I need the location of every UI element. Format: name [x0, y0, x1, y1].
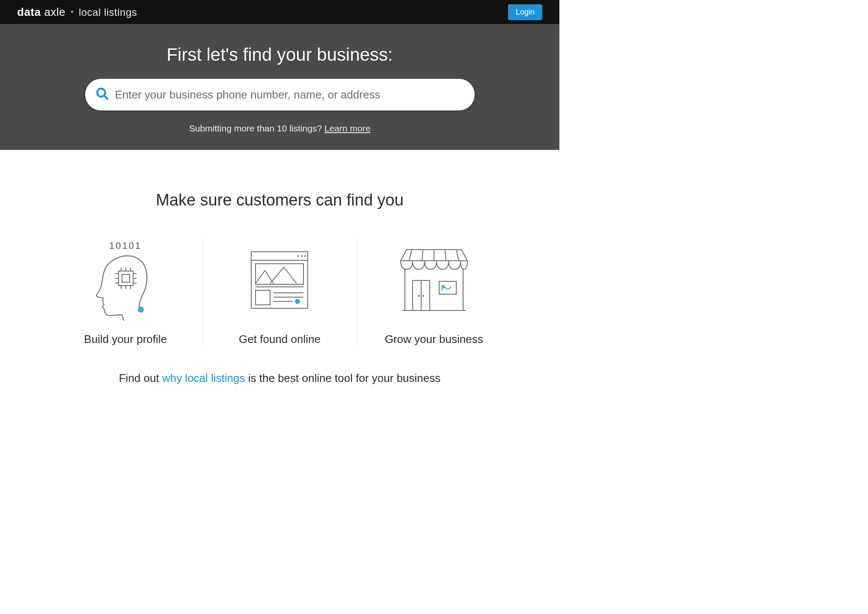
- svg-point-20: [297, 255, 299, 257]
- hero-subtext: Submitting more than 10 listings? Learn …: [0, 123, 559, 134]
- profile-ai-icon: 10101: [91, 239, 160, 321]
- feature-title: Build your profile: [84, 333, 167, 346]
- login-button[interactable]: Login: [508, 4, 542, 20]
- business-search-input[interactable]: [115, 88, 466, 101]
- features-row: 10101: [49, 239, 511, 346]
- svg-line-34: [445, 250, 446, 261]
- svg-point-22: [304, 255, 306, 257]
- svg-rect-43: [439, 281, 456, 294]
- svg-point-44: [441, 285, 444, 288]
- brand-logo: data axle: [17, 6, 65, 19]
- svg-rect-3: [119, 271, 133, 286]
- tagline-prefix: Find out: [119, 372, 162, 384]
- hero-section: First let's find your business: Submitti…: [0, 24, 559, 150]
- svg-point-17: [138, 307, 144, 313]
- why-local-listings-link[interactable]: why local listings: [162, 372, 245, 384]
- top-navbar: data axle • local listings Login: [0, 0, 559, 24]
- tagline-suffix: is the best online tool for your busines…: [245, 372, 441, 384]
- svg-line-31: [409, 250, 412, 261]
- search-icon: [95, 87, 109, 102]
- svg-text:10101: 10101: [109, 240, 142, 251]
- svg-point-42: [422, 295, 424, 297]
- svg-rect-4: [122, 274, 130, 282]
- brand-subtitle: local listings: [79, 6, 137, 18]
- features-section: Make sure customers can find you 10101: [0, 150, 559, 385]
- svg-line-32: [422, 250, 423, 261]
- svg-point-41: [418, 295, 420, 297]
- hero-title: First let's find your business:: [0, 45, 559, 65]
- brand-block: data axle • local listings: [17, 6, 137, 19]
- brand-separator-dot: •: [71, 7, 74, 16]
- svg-point-29: [295, 299, 300, 304]
- feature-get-found: Get found online: [203, 239, 357, 346]
- webpage-icon: [245, 239, 314, 321]
- feature-title: Grow your business: [385, 333, 483, 346]
- svg-line-1: [104, 96, 107, 99]
- storefront-icon: [391, 239, 477, 321]
- feature-title: Get found online: [239, 333, 321, 346]
- feature-build-profile: 10101: [49, 239, 203, 346]
- section-title: Make sure customers can find you: [0, 191, 559, 209]
- svg-point-21: [301, 255, 303, 257]
- search-container: [85, 79, 475, 110]
- svg-rect-25: [256, 290, 270, 305]
- feature-grow-business: Grow your business: [357, 239, 511, 346]
- svg-line-35: [456, 250, 459, 261]
- hero-subtext-prefix: Submitting more than 10 listings?: [189, 123, 324, 133]
- learn-more-link[interactable]: Learn more: [324, 123, 370, 133]
- tagline: Find out why local listings is the best …: [0, 372, 559, 385]
